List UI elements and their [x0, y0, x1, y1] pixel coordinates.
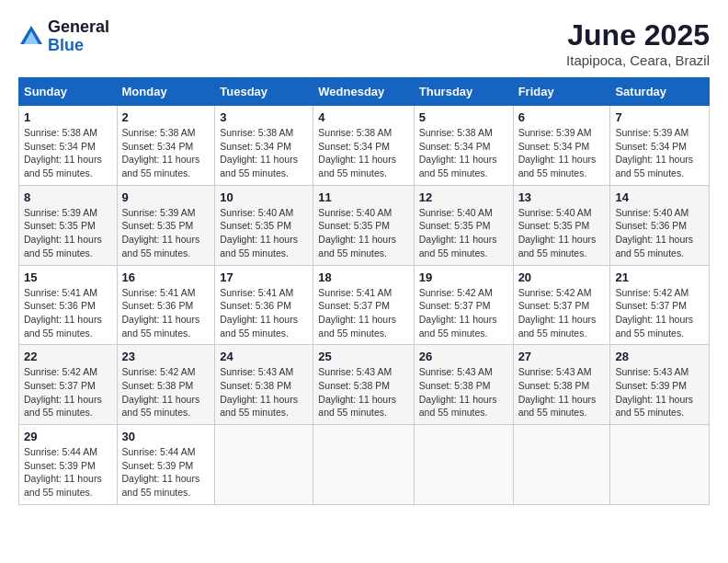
month-title: June 2025 — [566, 18, 710, 52]
calendar-cell: 12Sunrise: 5:40 AMSunset: 5:35 PMDayligh… — [414, 185, 513, 265]
calendar-cell: 5Sunrise: 5:38 AMSunset: 5:34 PMDaylight… — [414, 106, 513, 186]
calendar-cell: 6Sunrise: 5:39 AMSunset: 5:34 PMDaylight… — [513, 106, 610, 186]
calendar-cell — [414, 425, 513, 505]
week-row-1: 1Sunrise: 5:38 AMSunset: 5:34 PMDaylight… — [19, 106, 710, 186]
day-info: Sunrise: 5:42 AMSunset: 5:38 PMDaylight:… — [122, 365, 210, 419]
day-number: 10 — [220, 190, 308, 204]
calendar-cell: 25Sunrise: 5:43 AMSunset: 5:38 PMDayligh… — [313, 345, 414, 425]
calendar-cell: 28Sunrise: 5:43 AMSunset: 5:39 PMDayligh… — [610, 345, 710, 425]
day-number: 23 — [122, 350, 210, 363]
day-info: Sunrise: 5:38 AMSunset: 5:34 PMDaylight:… — [419, 126, 508, 180]
day-info: Sunrise: 5:40 AMSunset: 5:35 PMDaylight:… — [419, 206, 508, 260]
calendar-cell: 14Sunrise: 5:40 AMSunset: 5:36 PMDayligh… — [610, 185, 710, 265]
calendar-cell — [215, 425, 313, 505]
day-info: Sunrise: 5:39 AMSunset: 5:34 PMDaylight:… — [518, 126, 606, 180]
header-day-monday: Monday — [117, 78, 215, 106]
calendar-cell: 8Sunrise: 5:39 AMSunset: 5:35 PMDaylight… — [19, 185, 118, 265]
calendar-cell: 23Sunrise: 5:42 AMSunset: 5:38 PMDayligh… — [117, 345, 215, 425]
day-number: 15 — [24, 270, 112, 284]
day-number: 25 — [318, 350, 408, 363]
day-info: Sunrise: 5:41 AMSunset: 5:36 PMDaylight:… — [220, 286, 308, 340]
day-number: 18 — [318, 270, 408, 284]
week-row-2: 8Sunrise: 5:39 AMSunset: 5:35 PMDaylight… — [19, 185, 710, 265]
calendar-cell: 24Sunrise: 5:43 AMSunset: 5:38 PMDayligh… — [215, 345, 313, 425]
calendar-cell: 11Sunrise: 5:40 AMSunset: 5:35 PMDayligh… — [313, 185, 414, 265]
calendar-cell: 3Sunrise: 5:38 AMSunset: 5:34 PMDaylight… — [215, 106, 313, 186]
day-number: 6 — [518, 110, 606, 124]
day-number: 24 — [220, 350, 308, 363]
location-text: Itapipoca, Ceara, Brazil — [566, 52, 710, 68]
day-info: Sunrise: 5:42 AMSunset: 5:37 PMDaylight:… — [518, 286, 606, 340]
calendar-cell: 30Sunrise: 5:44 AMSunset: 5:39 PMDayligh… — [117, 425, 215, 505]
day-info: Sunrise: 5:43 AMSunset: 5:38 PMDaylight:… — [318, 365, 408, 419]
day-number: 20 — [518, 270, 606, 284]
day-number: 14 — [615, 190, 704, 204]
day-info: Sunrise: 5:43 AMSunset: 5:38 PMDaylight:… — [419, 365, 508, 419]
day-info: Sunrise: 5:38 AMSunset: 5:34 PMDaylight:… — [318, 126, 408, 180]
day-number: 17 — [220, 270, 308, 284]
calendar-cell — [513, 425, 610, 505]
calendar-cell: 27Sunrise: 5:43 AMSunset: 5:38 PMDayligh… — [513, 345, 610, 425]
day-number: 7 — [615, 110, 704, 124]
header-day-thursday: Thursday — [414, 78, 513, 106]
day-info: Sunrise: 5:42 AMSunset: 5:37 PMDaylight:… — [615, 286, 704, 340]
day-number: 5 — [419, 110, 508, 124]
day-number: 12 — [419, 190, 508, 204]
page-header: General Blue June 2025 Itapipoca, Ceara,… — [18, 18, 710, 68]
day-number: 11 — [318, 190, 408, 204]
day-info: Sunrise: 5:41 AMSunset: 5:36 PMDaylight:… — [24, 286, 112, 340]
header-day-sunday: Sunday — [19, 78, 118, 106]
day-number: 8 — [24, 190, 112, 204]
day-number: 28 — [615, 350, 704, 363]
calendar-cell: 1Sunrise: 5:38 AMSunset: 5:34 PMDaylight… — [19, 106, 118, 186]
calendar-cell: 7Sunrise: 5:39 AMSunset: 5:34 PMDaylight… — [610, 106, 710, 186]
calendar-cell: 18Sunrise: 5:41 AMSunset: 5:37 PMDayligh… — [313, 265, 414, 345]
day-info: Sunrise: 5:40 AMSunset: 5:35 PMDaylight:… — [220, 206, 308, 260]
day-number: 3 — [220, 110, 308, 124]
day-number: 30 — [122, 430, 210, 443]
day-number: 2 — [122, 110, 210, 124]
calendar-cell: 10Sunrise: 5:40 AMSunset: 5:35 PMDayligh… — [215, 185, 313, 265]
day-info: Sunrise: 5:39 AMSunset: 5:34 PMDaylight:… — [615, 126, 704, 180]
day-number: 4 — [318, 110, 408, 124]
logo: General Blue — [18, 18, 109, 55]
calendar-cell: 16Sunrise: 5:41 AMSunset: 5:36 PMDayligh… — [117, 265, 215, 345]
header-day-saturday: Saturday — [610, 78, 710, 106]
header-row: SundayMondayTuesdayWednesdayThursdayFrid… — [19, 78, 710, 106]
day-number: 13 — [518, 190, 606, 204]
week-row-5: 29Sunrise: 5:44 AMSunset: 5:39 PMDayligh… — [19, 425, 710, 505]
calendar-cell: 26Sunrise: 5:43 AMSunset: 5:38 PMDayligh… — [414, 345, 513, 425]
header-day-friday: Friday — [513, 78, 610, 106]
calendar-cell: 15Sunrise: 5:41 AMSunset: 5:36 PMDayligh… — [19, 265, 118, 345]
calendar-cell: 13Sunrise: 5:40 AMSunset: 5:35 PMDayligh… — [513, 185, 610, 265]
day-info: Sunrise: 5:38 AMSunset: 5:34 PMDaylight:… — [24, 126, 112, 180]
week-row-3: 15Sunrise: 5:41 AMSunset: 5:36 PMDayligh… — [19, 265, 710, 345]
day-info: Sunrise: 5:41 AMSunset: 5:36 PMDaylight:… — [122, 286, 210, 340]
calendar-cell: 19Sunrise: 5:42 AMSunset: 5:37 PMDayligh… — [414, 265, 513, 345]
day-number: 27 — [518, 350, 606, 363]
day-info: Sunrise: 5:40 AMSunset: 5:35 PMDaylight:… — [518, 206, 606, 260]
calendar-cell — [610, 425, 710, 505]
day-info: Sunrise: 5:39 AMSunset: 5:35 PMDaylight:… — [24, 206, 112, 260]
calendar-body: 1Sunrise: 5:38 AMSunset: 5:34 PMDaylight… — [19, 106, 710, 505]
calendar-cell — [313, 425, 414, 505]
calendar-header: SundayMondayTuesdayWednesdayThursdayFrid… — [19, 78, 710, 106]
header-day-wednesday: Wednesday — [313, 78, 414, 106]
day-number: 19 — [419, 270, 508, 284]
week-row-4: 22Sunrise: 5:42 AMSunset: 5:37 PMDayligh… — [19, 345, 710, 425]
day-number: 26 — [419, 350, 508, 363]
calendar-cell: 9Sunrise: 5:39 AMSunset: 5:35 PMDaylight… — [117, 185, 215, 265]
day-number: 16 — [122, 270, 210, 284]
title-area: June 2025 Itapipoca, Ceara, Brazil — [566, 18, 710, 68]
calendar-cell: 2Sunrise: 5:38 AMSunset: 5:34 PMDaylight… — [117, 106, 215, 186]
calendar-cell: 20Sunrise: 5:42 AMSunset: 5:37 PMDayligh… — [513, 265, 610, 345]
day-number: 21 — [615, 270, 704, 284]
calendar-cell: 21Sunrise: 5:42 AMSunset: 5:37 PMDayligh… — [610, 265, 710, 345]
day-info: Sunrise: 5:44 AMSunset: 5:39 PMDaylight:… — [24, 445, 112, 500]
day-info: Sunrise: 5:41 AMSunset: 5:37 PMDaylight:… — [318, 286, 408, 340]
calendar-cell: 29Sunrise: 5:44 AMSunset: 5:39 PMDayligh… — [19, 425, 118, 505]
day-info: Sunrise: 5:44 AMSunset: 5:39 PMDaylight:… — [122, 445, 210, 500]
header-day-tuesday: Tuesday — [215, 78, 313, 106]
day-info: Sunrise: 5:38 AMSunset: 5:34 PMDaylight:… — [122, 126, 210, 180]
day-number: 1 — [24, 110, 112, 124]
